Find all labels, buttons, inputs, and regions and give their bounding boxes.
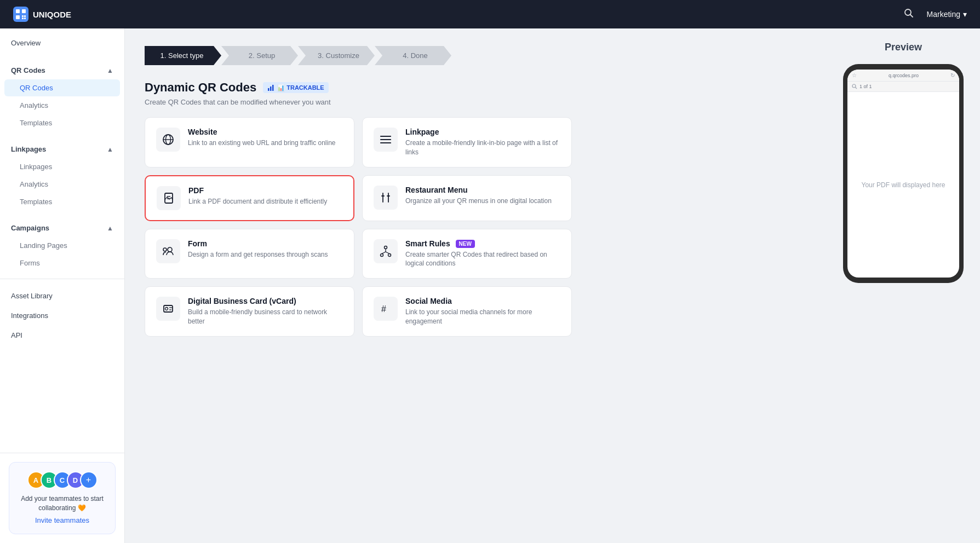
sidebar-item-analytics-qr[interactable]: Analytics	[4, 97, 120, 114]
sidebar-section-qrcodes-label: QR Codes	[11, 66, 45, 74]
card-social-media[interactable]: # Social Media Link to your social media…	[362, 286, 572, 337]
logo-icon	[13, 7, 28, 22]
svg-rect-5	[24, 15, 26, 17]
step-customize[interactable]: 3. Customize	[298, 46, 375, 65]
sidebar-section-linkpages[interactable]: Linkpages ▲	[0, 141, 124, 158]
sidebar-item-forms[interactable]: Forms	[4, 255, 120, 272]
sidebar-bottom: A B C D + Add your teammates to start co…	[0, 453, 124, 543]
smart-rules-icon	[374, 239, 398, 263]
svg-line-30	[382, 252, 386, 254]
sidebar-section-campaigns[interactable]: Campaigns ▲	[0, 219, 124, 236]
sidebar: Overview QR Codes ▲ QR Codes Analytics T…	[0, 28, 125, 543]
sidebar-campaigns-section: Campaigns ▲ Landing Pages Forms	[0, 215, 124, 276]
chart-icon	[267, 84, 275, 91]
phone-screen: ☆ q.qrcodes.pro ↻ 1 of 1 Your PDF will d…	[847, 70, 959, 278]
svg-rect-11	[270, 86, 272, 91]
website-icon	[156, 128, 180, 152]
pdf-title: PDF	[188, 186, 327, 195]
card-form[interactable]: Form Design a form and get responses thr…	[145, 229, 354, 279]
add-avatar-button[interactable]: +	[80, 471, 98, 489]
step-3-label: 3. Customize	[318, 51, 359, 60]
workspace-selector[interactable]: Marketing ▾	[927, 10, 967, 19]
trackable-label: 📊 TRACKABLE	[277, 84, 324, 91]
linkpage-desc: Create a mobile-friendly link-in-bio pag…	[405, 138, 560, 157]
social-media-content: Social Media Link to your social media c…	[405, 297, 560, 326]
search-icon[interactable]	[904, 8, 914, 21]
browser-reload-icon: ↻	[950, 72, 955, 78]
preview-title: Preview	[885, 42, 922, 53]
preview-panel: Preview ☆ q.qrcodes.pro ↻ 1 of 1 Your PD…	[827, 28, 980, 543]
teammates-card: A B C D + Add your teammates to start co…	[9, 462, 116, 534]
phone-browser-bar: ☆ q.qrcodes.pro ↻	[847, 70, 959, 82]
step-setup[interactable]: 2. Setup	[221, 46, 298, 65]
digital-business-card-icon	[156, 297, 180, 321]
section-subtitle: Create QR Codes that can be modified whe…	[145, 98, 807, 106]
step-4-label: 4. Done	[403, 51, 428, 60]
card-restaurant-menu[interactable]: Restaurant Menu Organize all your QR men…	[362, 175, 572, 221]
sidebar-item-asset-library[interactable]: Asset Library	[0, 286, 124, 305]
svg-rect-4	[22, 15, 24, 17]
card-linkpage[interactable]: Linkpage Create a mobile-friendly link-i…	[362, 117, 572, 167]
form-content: Form Design a form and get responses thr…	[188, 239, 328, 259]
linkpage-title: Linkpage	[405, 128, 560, 136]
step-select-type[interactable]: 1. Select type	[145, 46, 221, 65]
sidebar-item-linkpages[interactable]: Linkpages	[4, 158, 120, 175]
sidebar-divider	[0, 279, 124, 279]
phone-pdf-area: Your PDF will displayed here	[847, 92, 959, 278]
top-nav: UNIQODE Marketing ▾	[0, 0, 980, 28]
restaurant-menu-icon	[374, 186, 398, 210]
svg-line-9	[910, 14, 913, 17]
sidebar-overview-label: Overview	[11, 39, 41, 47]
card-pdf[interactable]: PDF Link a PDF document and distribute i…	[145, 175, 354, 221]
digital-business-card-content: Digital Business Card (vCard) Build a mo…	[188, 297, 343, 326]
sidebar-item-landing-pages[interactable]: Landing Pages	[4, 237, 120, 254]
svg-rect-3	[16, 15, 20, 19]
form-title: Form	[188, 239, 328, 248]
sidebar-item-templates-lp[interactable]: Templates	[4, 193, 120, 210]
sidebar-item-integrations[interactable]: Integrations	[0, 306, 124, 325]
sidebar-qrcodes-section: QR Codes ▲ QR Codes Analytics Templates	[0, 57, 124, 136]
card-smart-rules[interactable]: Smart Rules NEW Create smarter QR Codes …	[362, 229, 572, 279]
invite-teammates-button[interactable]: Invite teammates	[35, 516, 89, 524]
step-1-label: 1. Select type	[161, 51, 204, 60]
step-2-label: 2. Setup	[249, 51, 275, 60]
svg-point-37	[852, 84, 856, 88]
pdf-placeholder-text: Your PDF will displayed here	[862, 180, 945, 190]
pdf-content: PDF Link a PDF document and distribute i…	[188, 186, 327, 206]
sidebar-linkpages-section: Linkpages ▲ Linkpages Analytics Template…	[0, 136, 124, 215]
section-title: Dynamic QR Codes	[145, 80, 256, 95]
step-done[interactable]: 4. Done	[375, 46, 451, 65]
phone-search-text: 1 of 1	[859, 84, 872, 89]
svg-point-33	[165, 308, 168, 310]
card-digital-business-card[interactable]: Digital Business Card (vCard) Build a mo…	[145, 286, 354, 337]
svg-rect-6	[22, 18, 24, 19]
svg-point-25	[163, 248, 167, 251]
smart-rules-title: Smart Rules NEW	[405, 239, 560, 248]
workspace-chevron-icon: ▾	[963, 10, 967, 19]
logo: UNIQODE	[13, 7, 71, 22]
main-layout: Overview QR Codes ▲ QR Codes Analytics T…	[0, 28, 980, 543]
website-content: Website Link to an existing web URL and …	[188, 128, 336, 148]
svg-line-38	[856, 88, 857, 89]
digital-business-card-title: Digital Business Card (vCard)	[188, 297, 343, 305]
sidebar-item-overview[interactable]: Overview	[0, 33, 124, 53]
svg-point-27	[381, 253, 383, 256]
svg-rect-7	[24, 18, 26, 19]
section-title-row: Dynamic QR Codes 📊 TRACKABLE	[145, 80, 807, 95]
chevron-up-icon-campaigns: ▲	[107, 224, 113, 232]
social-media-icon: #	[374, 297, 398, 321]
workspace-name: Marketing	[927, 10, 960, 19]
svg-point-24	[168, 247, 172, 252]
top-nav-right: Marketing ▾	[904, 8, 967, 21]
smart-rules-content: Smart Rules NEW Create smarter QR Codes …	[405, 239, 560, 269]
card-website[interactable]: Website Link to an existing web URL and …	[145, 117, 354, 167]
sidebar-section-qrcodes[interactable]: QR Codes ▲	[0, 62, 124, 79]
sidebar-item-templates-qr[interactable]: Templates	[4, 114, 120, 131]
svg-point-26	[385, 246, 387, 249]
browser-star-icon: ☆	[852, 72, 857, 78]
sidebar-item-api[interactable]: API	[0, 326, 124, 345]
social-media-title: Social Media	[405, 297, 560, 305]
linkpage-icon	[374, 128, 398, 152]
sidebar-item-analytics-lp[interactable]: Analytics	[4, 176, 120, 193]
sidebar-item-qrcodes[interactable]: QR Codes	[4, 79, 120, 96]
